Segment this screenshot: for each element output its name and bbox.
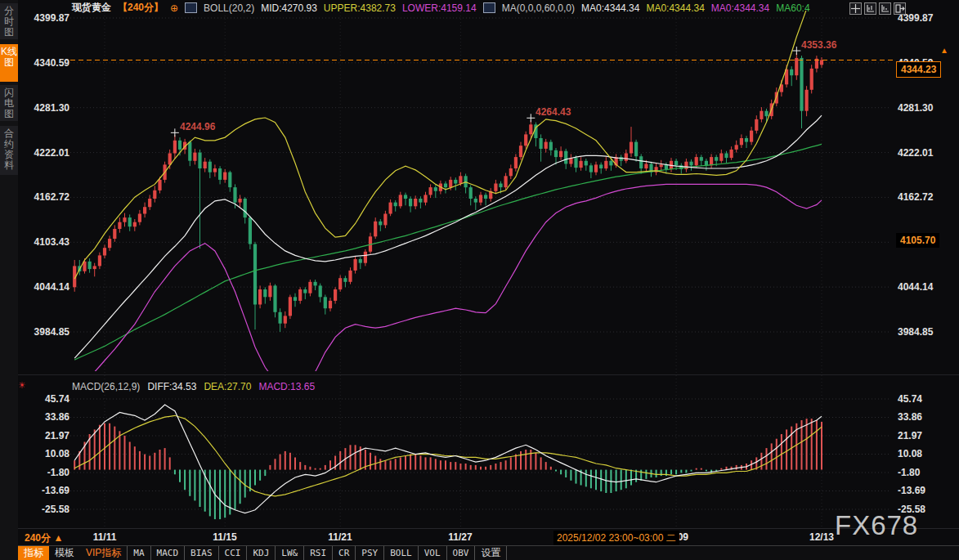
period-label[interactable]: 【240分】: [118, 1, 164, 15]
ma0-white-value: MA0:4344.34: [581, 2, 639, 14]
axis-tick-label: 4281.30: [34, 102, 69, 114]
time-axis: 240分 ▲ 11/1111/1511/2111/2712/0912/13 20…: [0, 530, 959, 545]
ma60-green-value: MA60:4: [776, 2, 809, 14]
kline-chart-canvas[interactable]: [0, 0, 959, 560]
swing-high-label: 4264.43: [536, 106, 571, 118]
crosshair-move-icon[interactable]: [849, 2, 862, 15]
toolbar-item-指标[interactable]: 指标: [18, 546, 49, 560]
axis-tick-label: 33.86: [45, 411, 69, 423]
axis-tick-label: -1.80: [898, 467, 920, 478]
axis-tick-label: 4044.14: [34, 281, 69, 293]
axis-zoom-in-icon[interactable]: [864, 2, 876, 15]
ma-label: MA(0,0,0,60,0,0): [502, 2, 575, 14]
toolbar-item-BIAS[interactable]: BIAS: [184, 546, 218, 560]
period-selector[interactable]: 240分 ▲: [25, 531, 63, 545]
ma-chart-icon[interactable]: [483, 2, 495, 13]
left-price-axis: 4399.874340.594281.304222.014162.724103.…: [20, 0, 69, 560]
sidebar-tab-2[interactable]: K线图: [0, 44, 18, 82]
sidebar-tab-4[interactable]: 合约资料: [0, 126, 18, 175]
indicator-legend: 现货黄金 【240分】 ⊕ BOLL(20,2) MID:4270.93 UPP…: [72, 2, 810, 14]
boll-mid-value: MID:4270.93: [261, 2, 317, 14]
right-price-axis: 4399.874340.594281.304222.014162.724103.…: [898, 0, 959, 560]
toolbar-item-PSY[interactable]: PSY: [355, 546, 383, 560]
exit-view-icon[interactable]: [894, 2, 906, 15]
last-price-box: 4344.23: [896, 61, 941, 78]
axis-tick-label: 4162.72: [34, 191, 69, 203]
price-up-arrow-icon: ▲: [940, 47, 948, 54]
toolbar-item-KDJ[interactable]: KDJ: [246, 546, 275, 560]
ma0-yellow-value: MA0:4344.34: [646, 2, 704, 14]
macd-title: MACD(26,12,9): [72, 381, 140, 392]
axis-tick-label: -13.69: [42, 485, 69, 496]
axis-tick-label: 21.97: [898, 430, 922, 441]
axis-tick-label: 4222.01: [898, 147, 933, 159]
toolbar-item-CR[interactable]: CR: [332, 546, 355, 560]
axis-tick-label: 4340.59: [34, 57, 69, 69]
swing-high-label: 4353.36: [801, 39, 836, 51]
sidebar-tab-3[interactable]: 闪电图: [0, 85, 18, 121]
axis-tick-label: 3984.85: [898, 326, 933, 338]
macd-diff-value: DIFF:34.53: [147, 381, 196, 392]
sidebar-tab-1[interactable]: 分时图: [0, 3, 18, 39]
axis-tick-label: 45.74: [45, 393, 69, 405]
marked-price-box: 4105.70: [896, 233, 939, 248]
date-tick-label: 11/27: [448, 531, 472, 543]
toolbar-item-VOL[interactable]: VOL: [418, 546, 446, 560]
toolbar-item-VIP指标[interactable]: VIP指标: [80, 546, 127, 560]
axis-tick-label: 4281.30: [898, 102, 933, 114]
toolbar-item-LW&[interactable]: LW&: [275, 546, 303, 560]
axis-tick-label: 4103.43: [34, 236, 69, 248]
boll-lower-value: LOWER:4159.14: [402, 2, 477, 14]
high-cross-marker: [792, 47, 800, 55]
axis-tick-label: -13.69: [898, 485, 925, 496]
axis-tick-label: 3984.85: [34, 326, 69, 338]
ma0-magenta-value: MA0:4344.34: [711, 2, 769, 14]
toolbar-item-CCI[interactable]: CCI: [218, 546, 247, 560]
axis-tick-label: -25.58: [42, 504, 69, 515]
chart-tools: [849, 2, 906, 15]
symbol-name: 现货黄金: [72, 1, 111, 15]
boll-label: BOLL(20,2): [204, 2, 254, 14]
toolbar-item-BOLL[interactable]: BOLL: [383, 546, 418, 560]
date-tick-label: 11/11: [93, 531, 117, 543]
swing-high-label: 4244.96: [180, 121, 215, 132]
macd-macd-value: MACD:13.65: [258, 381, 315, 392]
axis-tick-label: 4162.72: [898, 191, 933, 203]
circle-plus-icon[interactable]: ⊕: [170, 2, 178, 14]
toolbar-item-MACD[interactable]: MACD: [150, 546, 185, 560]
high-cross-marker: [527, 114, 535, 122]
axis-tick-label: 4399.87: [34, 12, 69, 24]
axis-tick-label: 4222.01: [34, 147, 69, 159]
axis-tick-label: 10.08: [45, 448, 69, 459]
axis-tick-label: 21.97: [45, 430, 69, 441]
candle-time-tooltip: 2025/12/02 23:00~03:00 二: [553, 531, 679, 546]
axis-tick-label: -25.58: [898, 504, 925, 515]
trading-app-window: 分时图K线图闪电图合约资料 现货黄金 【240分】 ⊕ BOLL(20,2) M…: [0, 0, 959, 560]
boll-chart-icon[interactable]: [185, 2, 197, 13]
toolbar-item-OBV[interactable]: OBV: [446, 546, 475, 560]
axis-tick-label: 45.74: [898, 393, 922, 405]
indicator-toolbar: 指标模板VIP指标MAMACDBIASCCIKDJLW&RSICRPSYBOLL…: [18, 545, 959, 560]
toolbar-item-设置[interactable]: 设置: [474, 546, 507, 560]
toolbar-item-RSI[interactable]: RSI: [303, 546, 332, 560]
date-tick-label: 11/15: [213, 531, 236, 543]
axis-tick-label: -1.80: [47, 467, 69, 478]
period-arrow-icon: ▲: [53, 532, 63, 544]
toolbar-item-MA[interactable]: MA: [127, 546, 150, 560]
axis-tick-label: 10.08: [898, 448, 922, 459]
boll-upper-value: UPPER:4382.73: [324, 2, 396, 14]
date-tick-label: 12/13: [809, 531, 834, 543]
axis-tick-label: 4044.14: [898, 281, 933, 293]
axis-tick-label: 33.86: [898, 411, 922, 423]
axis-zoom-out-icon[interactable]: [879, 2, 891, 15]
indicator-marker-icon[interactable]: ☀: [18, 380, 26, 391]
macd-legend: MACD(26,12,9) DIFF:34.53 DEA:27.70 MACD:…: [72, 381, 315, 392]
macd-dea-value: DEA:27.70: [204, 381, 251, 392]
chart-type-sidebar: 分时图K线图闪电图合约资料: [0, 0, 18, 560]
toolbar-item-模板[interactable]: 模板: [49, 546, 80, 560]
date-tick-label: 11/21: [328, 531, 352, 543]
high-cross-marker: [171, 128, 179, 137]
